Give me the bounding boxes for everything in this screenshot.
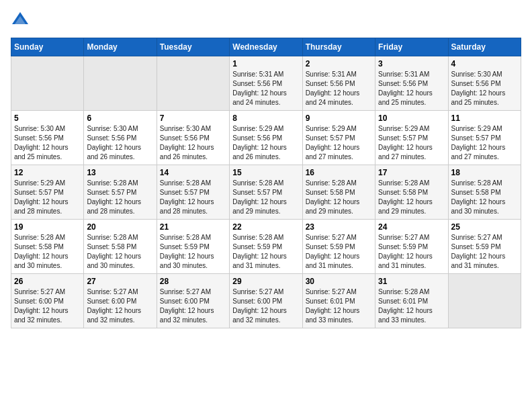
- day-info: Sunrise: 5:29 AM Sunset: 5:57 PM Dayligh…: [306, 124, 372, 162]
- calendar-cell: 8Sunrise: 5:29 AM Sunset: 5:56 PM Daylig…: [230, 111, 302, 165]
- day-info: Sunrise: 5:27 AM Sunset: 5:59 PM Dayligh…: [306, 233, 372, 271]
- day-info: Sunrise: 5:28 AM Sunset: 5:58 PM Dayligh…: [378, 179, 445, 216]
- calendar-cell: 1Sunrise: 5:31 AM Sunset: 5:56 PM Daylig…: [230, 56, 302, 111]
- calendar-week-row: 26Sunrise: 5:27 AM Sunset: 6:00 PM Dayli…: [11, 274, 521, 328]
- weekday-header: Sunday: [11, 38, 84, 56]
- calendar-cell: 18Sunrise: 5:28 AM Sunset: 5:58 PM Dayli…: [448, 165, 521, 220]
- day-info: Sunrise: 5:31 AM Sunset: 5:56 PM Dayligh…: [306, 70, 372, 107]
- calendar-week-row: 1Sunrise: 5:31 AM Sunset: 5:56 PM Daylig…: [11, 56, 521, 111]
- calendar-cell: 20Sunrise: 5:28 AM Sunset: 5:58 PM Dayli…: [84, 220, 157, 274]
- day-number: 14: [160, 168, 226, 177]
- day-info: Sunrise: 5:28 AM Sunset: 5:58 PM Dayligh…: [87, 233, 153, 271]
- weekday-header: Thursday: [302, 38, 375, 56]
- weekday-header: Monday: [84, 38, 157, 56]
- calendar-cell: [157, 56, 229, 111]
- calendar-cell: 10Sunrise: 5:29 AM Sunset: 5:57 PM Dayli…: [375, 111, 448, 165]
- day-number: 25: [451, 222, 518, 232]
- calendar-cell: 29Sunrise: 5:27 AM Sunset: 6:00 PM Dayli…: [230, 274, 302, 328]
- day-number: 3: [378, 59, 445, 68]
- calendar-cell: 25Sunrise: 5:27 AM Sunset: 5:59 PM Dayli…: [448, 220, 521, 274]
- day-number: 22: [232, 222, 299, 232]
- day-info: Sunrise: 5:29 AM Sunset: 5:57 PM Dayligh…: [451, 124, 518, 162]
- day-info: Sunrise: 5:28 AM Sunset: 5:57 PM Dayligh…: [160, 179, 226, 216]
- day-info: Sunrise: 5:28 AM Sunset: 5:57 PM Dayligh…: [232, 179, 299, 216]
- day-info: Sunrise: 5:29 AM Sunset: 5:57 PM Dayligh…: [14, 179, 81, 216]
- day-info: Sunrise: 5:28 AM Sunset: 5:59 PM Dayligh…: [160, 233, 226, 271]
- day-number: 11: [451, 113, 518, 123]
- day-info: Sunrise: 5:27 AM Sunset: 6:00 PM Dayligh…: [160, 287, 226, 325]
- day-number: 6: [87, 113, 153, 123]
- calendar-cell: 21Sunrise: 5:28 AM Sunset: 5:59 PM Dayli…: [157, 220, 229, 274]
- day-number: 16: [306, 168, 372, 177]
- day-info: Sunrise: 5:29 AM Sunset: 5:57 PM Dayligh…: [378, 124, 445, 162]
- day-number: 12: [14, 168, 81, 177]
- calendar-cell: 26Sunrise: 5:27 AM Sunset: 6:00 PM Dayli…: [11, 274, 84, 328]
- calendar-cell: 13Sunrise: 5:28 AM Sunset: 5:57 PM Dayli…: [84, 165, 157, 220]
- day-number: 19: [14, 222, 81, 232]
- day-info: Sunrise: 5:27 AM Sunset: 6:00 PM Dayligh…: [87, 287, 153, 325]
- day-number: 8: [232, 113, 299, 123]
- day-info: Sunrise: 5:27 AM Sunset: 5:59 PM Dayligh…: [451, 233, 518, 271]
- day-number: 26: [14, 277, 81, 286]
- weekday-header: Wednesday: [230, 38, 302, 56]
- calendar-week-row: 19Sunrise: 5:28 AM Sunset: 5:58 PM Dayli…: [11, 220, 521, 274]
- day-info: Sunrise: 5:31 AM Sunset: 5:56 PM Dayligh…: [232, 70, 299, 107]
- day-info: Sunrise: 5:28 AM Sunset: 5:58 PM Dayligh…: [14, 233, 81, 271]
- day-number: 7: [160, 113, 226, 123]
- day-number: 21: [160, 222, 226, 232]
- calendar-cell: 16Sunrise: 5:28 AM Sunset: 5:58 PM Dayli…: [302, 165, 375, 220]
- day-number: 23: [306, 222, 372, 232]
- day-info: Sunrise: 5:28 AM Sunset: 5:58 PM Dayligh…: [451, 179, 518, 216]
- day-info: Sunrise: 5:30 AM Sunset: 5:56 PM Dayligh…: [14, 124, 81, 162]
- day-number: 1: [232, 59, 299, 68]
- calendar-cell: 23Sunrise: 5:27 AM Sunset: 5:59 PM Dayli…: [302, 220, 375, 274]
- weekday-header: Friday: [375, 38, 448, 56]
- calendar-cell: 12Sunrise: 5:29 AM Sunset: 5:57 PM Dayli…: [11, 165, 84, 220]
- calendar-cell: 30Sunrise: 5:27 AM Sunset: 6:01 PM Dayli…: [302, 274, 375, 328]
- day-number: 10: [378, 113, 445, 123]
- day-info: Sunrise: 5:28 AM Sunset: 5:57 PM Dayligh…: [87, 179, 153, 216]
- page-header: [11, 11, 521, 30]
- day-info: Sunrise: 5:31 AM Sunset: 5:56 PM Dayligh…: [378, 70, 445, 107]
- calendar-header-row: SundayMondayTuesdayWednesdayThursdayFrid…: [11, 38, 521, 56]
- day-number: 15: [232, 168, 299, 177]
- calendar-cell: 7Sunrise: 5:30 AM Sunset: 5:56 PM Daylig…: [157, 111, 229, 165]
- calendar-cell: 31Sunrise: 5:28 AM Sunset: 6:01 PM Dayli…: [375, 274, 448, 328]
- calendar-cell: 2Sunrise: 5:31 AM Sunset: 5:56 PM Daylig…: [302, 56, 375, 111]
- calendar-cell: 27Sunrise: 5:27 AM Sunset: 6:00 PM Dayli…: [84, 274, 157, 328]
- calendar-cell: 15Sunrise: 5:28 AM Sunset: 5:57 PM Dayli…: [230, 165, 302, 220]
- day-info: Sunrise: 5:27 AM Sunset: 6:01 PM Dayligh…: [306, 287, 372, 325]
- day-number: 4: [451, 59, 518, 68]
- calendar-cell: 17Sunrise: 5:28 AM Sunset: 5:58 PM Dayli…: [375, 165, 448, 220]
- calendar-cell: 6Sunrise: 5:30 AM Sunset: 5:56 PM Daylig…: [84, 111, 157, 165]
- weekday-header: Tuesday: [157, 38, 229, 56]
- day-number: 27: [87, 277, 153, 286]
- calendar-table: SundayMondayTuesdayWednesdayThursdayFrid…: [11, 38, 521, 328]
- day-info: Sunrise: 5:29 AM Sunset: 5:56 PM Dayligh…: [232, 124, 299, 162]
- day-info: Sunrise: 5:27 AM Sunset: 5:59 PM Dayligh…: [378, 233, 445, 271]
- day-info: Sunrise: 5:30 AM Sunset: 5:56 PM Dayligh…: [451, 70, 518, 107]
- day-info: Sunrise: 5:27 AM Sunset: 6:00 PM Dayligh…: [232, 287, 299, 325]
- calendar-cell: 14Sunrise: 5:28 AM Sunset: 5:57 PM Dayli…: [157, 165, 229, 220]
- calendar-cell: 5Sunrise: 5:30 AM Sunset: 5:56 PM Daylig…: [11, 111, 84, 165]
- calendar-cell: 19Sunrise: 5:28 AM Sunset: 5:58 PM Dayli…: [11, 220, 84, 274]
- page-container: SundayMondayTuesdayWednesdayThursdayFrid…: [0, 0, 532, 334]
- day-number: 17: [378, 168, 445, 177]
- calendar-cell: [11, 56, 84, 111]
- calendar-cell: 24Sunrise: 5:27 AM Sunset: 5:59 PM Dayli…: [375, 220, 448, 274]
- calendar-cell: 3Sunrise: 5:31 AM Sunset: 5:56 PM Daylig…: [375, 56, 448, 111]
- day-number: 28: [160, 277, 226, 286]
- day-number: 9: [306, 113, 372, 123]
- calendar-cell: 28Sunrise: 5:27 AM Sunset: 6:00 PM Dayli…: [157, 274, 229, 328]
- day-number: 31: [378, 277, 445, 286]
- logo: [11, 11, 31, 30]
- day-number: 24: [378, 222, 445, 232]
- day-info: Sunrise: 5:30 AM Sunset: 5:56 PM Dayligh…: [87, 124, 153, 162]
- day-number: 30: [306, 277, 372, 286]
- day-info: Sunrise: 5:28 AM Sunset: 5:58 PM Dayligh…: [306, 179, 372, 216]
- day-number: 13: [87, 168, 153, 177]
- day-number: 18: [451, 168, 518, 177]
- calendar-cell: [448, 274, 521, 328]
- calendar-cell: 9Sunrise: 5:29 AM Sunset: 5:57 PM Daylig…: [302, 111, 375, 165]
- calendar-cell: 11Sunrise: 5:29 AM Sunset: 5:57 PM Dayli…: [448, 111, 521, 165]
